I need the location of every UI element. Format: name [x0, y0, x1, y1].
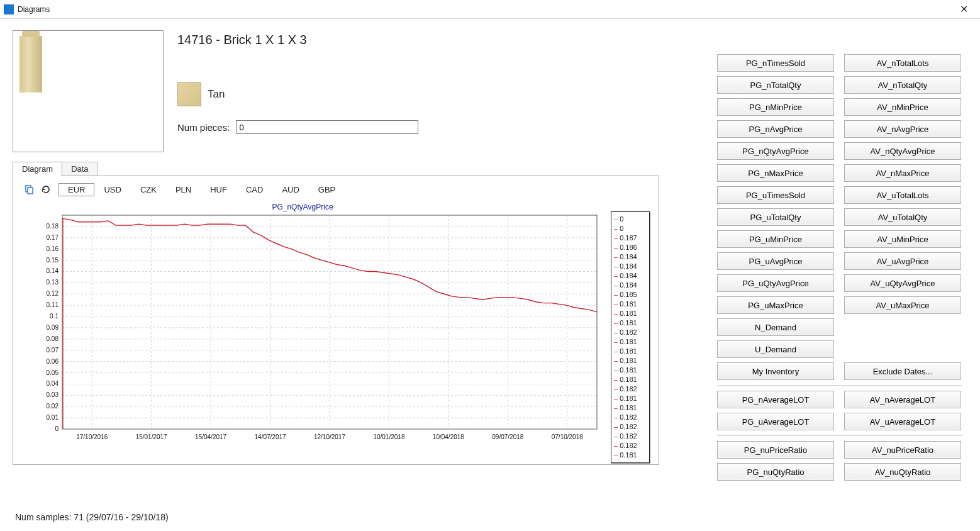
- legend-item: – 0.186: [614, 243, 647, 252]
- currency-eur[interactable]: EUR: [58, 183, 94, 196]
- currency-cad[interactable]: CAD: [237, 183, 272, 196]
- btn-pg-nuqtyratio[interactable]: PG_nuQtyRatio: [717, 463, 834, 481]
- legend-item: – 0.181: [614, 366, 647, 375]
- app-icon: [4, 4, 14, 14]
- btn-exclude-dates-[interactable]: Exclude Dates...: [844, 362, 961, 380]
- tab-panel-diagram: EURUSDCZKPLNHUFCADAUDGBP PG_nQtyAvgPrice…: [13, 176, 659, 465]
- btn-pg-ntotalqty[interactable]: PG_nTotalQty: [717, 76, 834, 94]
- svg-text:0.07: 0.07: [47, 347, 59, 354]
- currency-huf[interactable]: HUF: [201, 183, 237, 196]
- legend-item: – 0.181: [614, 403, 647, 413]
- tab-data[interactable]: Data: [62, 162, 97, 176]
- close-button[interactable]: ✕: [951, 0, 976, 19]
- btn-pg-uminprice[interactable]: PG_uMinPrice: [717, 230, 834, 248]
- legend-box: – 0– 0– 0.187– 0.186– 0.184– 0.184– 0.18…: [611, 211, 650, 463]
- currency-usd[interactable]: USD: [94, 183, 130, 196]
- part-thumbnail: [13, 30, 164, 152]
- btn-av-nqtyavgprice[interactable]: AV_nQtyAvgPrice: [844, 142, 961, 160]
- legend-item: – 0.181: [614, 347, 647, 356]
- legend-item: – 0.181: [614, 309, 647, 318]
- svg-text:0.01: 0.01: [47, 414, 59, 421]
- svg-text:0.11: 0.11: [47, 301, 59, 308]
- svg-text:0.12: 0.12: [47, 290, 59, 297]
- status-text: Num samples: 71 (29/07/16 - 29/10/18): [15, 512, 169, 522]
- svg-text:0.13: 0.13: [47, 279, 59, 286]
- btn-av-nmaxprice[interactable]: AV_nMaxPrice: [844, 164, 961, 182]
- btn-pg-navgprice[interactable]: PG_nAvgPrice: [717, 120, 834, 138]
- btn-my-inventory[interactable]: My Inventory: [717, 362, 834, 380]
- btn-pg-ntimessold[interactable]: PG_nTimesSold: [717, 54, 834, 72]
- btn-u-demand[interactable]: U_Demand: [717, 340, 834, 358]
- legend-item: – 0.185: [614, 290, 647, 299]
- btn-n-demand[interactable]: N_Demand: [717, 318, 834, 336]
- svg-text:15/01/2017: 15/01/2017: [136, 433, 167, 440]
- btn-av-ntotallots[interactable]: AV_nTotalLots: [844, 54, 961, 72]
- svg-text:0.18: 0.18: [47, 223, 59, 230]
- svg-text:10/04/2018: 10/04/2018: [433, 433, 464, 440]
- legend-item: – 0.181: [614, 394, 647, 403]
- legend-item: – 0.181: [614, 356, 647, 366]
- part-title: 14716 - Brick 1 X 1 X 3: [177, 33, 967, 47]
- btn-av-uqtyavgprice[interactable]: AV_uQtyAvgPrice: [844, 274, 961, 292]
- btn-av-nminprice[interactable]: AV_nMinPrice: [844, 98, 961, 116]
- legend-item: – 0: [614, 224, 647, 233]
- svg-text:0.17: 0.17: [47, 234, 59, 241]
- svg-text:15/04/2017: 15/04/2017: [195, 433, 226, 440]
- titlebar: Diagrams ✕: [0, 0, 980, 19]
- btn-pg-uavgprice[interactable]: PG_uAvgPrice: [717, 252, 834, 270]
- tab-diagram[interactable]: Diagram: [13, 162, 62, 176]
- svg-text:0.15: 0.15: [47, 257, 59, 264]
- currency-pln[interactable]: PLN: [166, 183, 201, 196]
- legend-item: – 0.182: [614, 422, 647, 432]
- btn-av-uavgprice[interactable]: AV_uAvgPrice: [844, 252, 961, 270]
- legend-item: – 0.187: [614, 233, 647, 243]
- btn-pg-uaveragelot[interactable]: PG_uAverageLOT: [717, 413, 834, 430]
- btn-pg-utimessold[interactable]: PG_uTimesSold: [717, 186, 834, 204]
- btn-pg-utotalqty[interactable]: PG_uTotalQty: [717, 208, 834, 226]
- svg-text:0.1: 0.1: [50, 313, 58, 320]
- btn-av-uaveragelot[interactable]: AV_uAverageLOT: [844, 413, 961, 430]
- window-title: Diagrams: [18, 5, 951, 14]
- btn-av-ntotalqty[interactable]: AV_nTotalQty: [844, 76, 961, 94]
- currency-aud[interactable]: AUD: [272, 183, 308, 196]
- svg-text:0.02: 0.02: [47, 403, 59, 410]
- legend-item: – 0.181: [614, 299, 647, 309]
- legend-item: – 0.184: [614, 262, 647, 271]
- btn-pg-nupriceratio[interactable]: PG_nuPriceRatio: [717, 441, 834, 459]
- btn-av-umaxprice[interactable]: AV_uMaxPrice: [844, 296, 961, 314]
- btn-av-uminprice[interactable]: AV_uMinPrice: [844, 230, 961, 248]
- legend-item: – 0.182: [614, 413, 647, 422]
- btn-pg-umaxprice[interactable]: PG_uMaxPrice: [717, 296, 834, 314]
- legend-item: – 0.181: [614, 450, 647, 460]
- num-pieces-input[interactable]: [236, 120, 418, 134]
- currency-gbp[interactable]: GBP: [309, 183, 345, 196]
- legend-item: – 0.182: [614, 384, 647, 394]
- chart-area: 00.010.020.030.040.050.060.070.080.090.1…: [36, 211, 602, 450]
- btn-av-utotallots[interactable]: AV_uTotalLots: [844, 186, 961, 204]
- copy-icon[interactable]: [22, 182, 37, 196]
- btn-av-nuqtyratio[interactable]: AV_nuQtyRatio: [844, 463, 961, 481]
- btn-pg-nmaxprice[interactable]: PG_nMaxPrice: [717, 164, 834, 182]
- svg-text:0.14: 0.14: [47, 267, 59, 274]
- legend-item: – 0: [614, 215, 647, 224]
- svg-text:0.06: 0.06: [47, 358, 59, 365]
- svg-text:0.03: 0.03: [47, 391, 59, 398]
- btn-av-naveragelot[interactable]: AV_nAverageLOT: [844, 391, 961, 408]
- legend-item: – 0.182: [614, 441, 647, 450]
- num-pieces-label: Num pieces:: [177, 122, 230, 133]
- btn-pg-nminprice[interactable]: PG_nMinPrice: [717, 98, 834, 116]
- legend-item: – 0.181: [614, 318, 647, 328]
- btn-av-navgprice[interactable]: AV_nAvgPrice: [844, 120, 961, 138]
- svg-text:0.08: 0.08: [47, 335, 59, 342]
- currency-czk[interactable]: CZK: [131, 183, 166, 196]
- btn-pg-uqtyavgprice[interactable]: PG_uQtyAvgPrice: [717, 274, 834, 292]
- btn-pg-naveragelot[interactable]: PG_nAverageLOT: [717, 391, 834, 408]
- svg-text:09/07/2018: 09/07/2018: [492, 433, 523, 440]
- refresh-icon[interactable]: [38, 182, 53, 196]
- svg-text:0.09: 0.09: [47, 324, 59, 331]
- color-swatch: [177, 82, 201, 106]
- btn-av-nupriceratio[interactable]: AV_nuPriceRatio: [844, 441, 961, 459]
- svg-text:0.04: 0.04: [47, 380, 59, 387]
- btn-av-utotalqty[interactable]: AV_uTotalQty: [844, 208, 961, 226]
- btn-pg-nqtyavgprice[interactable]: PG_nQtyAvgPrice: [717, 142, 834, 160]
